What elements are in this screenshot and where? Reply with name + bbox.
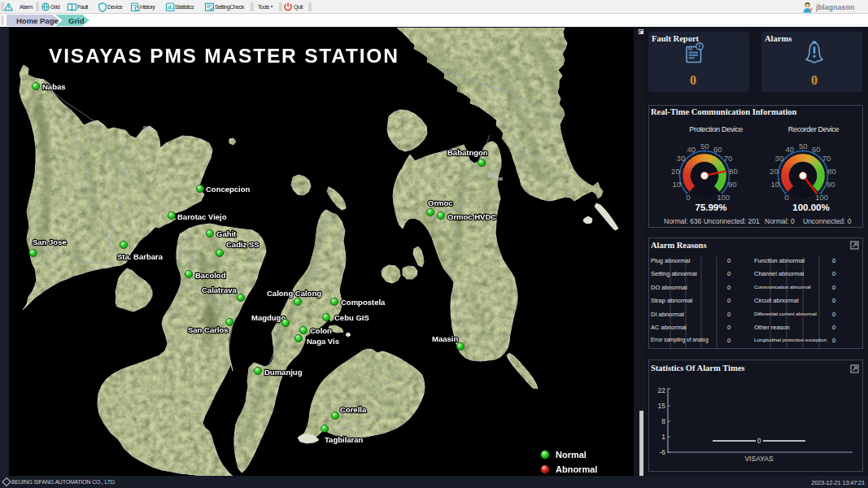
svg-text:30: 30 [677,154,686,163]
svg-text:Compostela: Compostela [341,298,386,307]
svg-text:50: 50 [700,142,709,150]
svg-text:VISAYAS: VISAYAS [744,455,773,463]
svg-text:0: 0 [784,193,788,202]
svg-text:Home Page: Home Page [16,16,59,25]
svg-text:Sta. Barbara: Sta. Barbara [117,252,164,261]
svg-text:50: 50 [799,142,808,150]
svg-text:40: 40 [785,145,794,154]
svg-text:Barotac Viejo: Barotac Viejo [177,212,227,221]
svg-text:Concepcion: Concepcion [206,185,251,194]
svg-text:0: 0 [757,437,761,445]
svg-text:8: 8 [661,417,665,425]
svg-text:22: 22 [658,386,666,394]
svg-text:VISAYAS PMS MASTER STATION: VISAYAS PMS MASTER STATION [49,45,399,67]
svg-text:Bacolod: Bacolod [195,271,226,280]
svg-text:20: 20 [770,167,779,176]
svg-text:Nabas: Nabas [42,82,66,91]
svg-text:70: 70 [724,154,733,163]
svg-text:90: 90 [728,180,737,189]
svg-text:Babatngon: Babatngon [447,148,488,157]
svg-text:60: 60 [713,145,722,154]
svg-text:Normal: Normal [556,450,587,460]
svg-text:70: 70 [822,154,831,163]
svg-text:San Carlos: San Carlos [188,325,229,334]
svg-text:Naga Vis: Naga Vis [307,337,339,346]
svg-text:80: 80 [729,167,738,176]
svg-text:Grid: Grid [68,16,85,25]
svg-text:Calatrava: Calatrava [202,285,237,294]
svg-text:San Jose: San Jose [33,237,67,246]
svg-text:Maasin: Maasin [432,334,458,343]
svg-text:Dumanjug: Dumanjug [264,368,303,377]
svg-text:20: 20 [671,167,680,176]
svg-text:10: 10 [673,180,682,189]
svg-text:90: 90 [827,180,835,189]
svg-text:Corella: Corella [340,405,367,414]
svg-text:Magdugo: Magdugo [251,313,286,322]
svg-text:60: 60 [812,145,821,154]
svg-text:Calong Calong: Calong Calong [267,289,321,298]
svg-text:1: 1 [661,433,665,441]
svg-text:100: 100 [717,193,730,202]
svg-text:Abnormal: Abnormal [556,464,597,474]
svg-text:15: 15 [658,402,666,410]
svg-text:10: 10 [771,180,780,189]
svg-text:Ormoc HVDC: Ormoc HVDC [447,212,496,221]
svg-text:40: 40 [687,145,696,154]
svg-text:30: 30 [775,154,784,163]
svg-text:Tagbilaran: Tagbilaran [325,435,364,444]
svg-text:Gahit: Gahit [216,229,237,238]
svg-text:0: 0 [686,193,690,202]
svg-text:Colon: Colon [310,326,332,335]
svg-text:Cebu GIS: Cebu GIS [334,313,369,322]
svg-text:80: 80 [827,167,836,176]
svg-text:-6: -6 [659,448,665,456]
svg-text:Ormoc: Ormoc [428,198,453,207]
svg-text:Cadiz SS: Cadiz SS [226,240,260,249]
svg-text:100: 100 [815,193,828,202]
